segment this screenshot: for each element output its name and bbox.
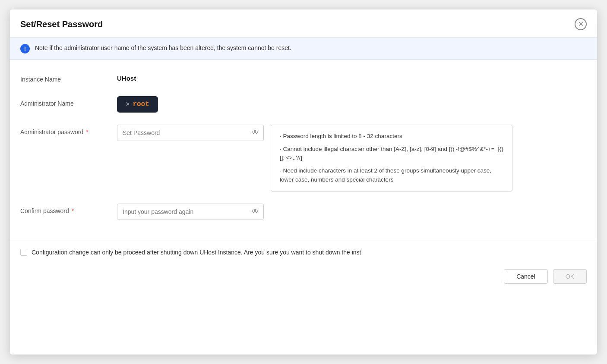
dialog-header: Set/Reset Password ✕ <box>10 9 597 38</box>
cancel-button[interactable]: Cancel <box>504 269 548 284</box>
password-rules-box: Password length is limited to 8 - 32 cha… <box>271 125 512 191</box>
confirm-password-wrapper: 👁 <box>117 204 264 220</box>
admin-password-required: * <box>86 129 88 135</box>
rule-item-1: Password length is limited to 8 - 32 cha… <box>280 132 503 141</box>
toggle-password-visibility-icon[interactable]: 👁 <box>252 129 259 137</box>
set-password-input[interactable] <box>117 125 264 141</box>
confirm-password-row: Confirm password * 👁 <box>20 204 587 220</box>
dialog-footer: Cancel OK <box>10 264 597 289</box>
close-button[interactable]: ✕ <box>575 18 587 30</box>
instance-name-label: Instance Name <box>20 72 107 84</box>
admin-name-badge: > root <box>117 96 158 113</box>
footer-section: Configuration change can only be proceed… <box>10 241 597 264</box>
confirm-password-input[interactable] <box>117 204 264 220</box>
rule-item-3: Need include characters in at least 2 of… <box>280 166 503 184</box>
rule-item-2: Cannot include illegal character other t… <box>280 145 503 163</box>
admin-password-label: Administrator password * <box>20 125 107 137</box>
ok-button[interactable]: OK <box>553 269 587 284</box>
confirm-password-label: Confirm password * <box>20 204 107 216</box>
notice-text: Note if the administrator user name of t… <box>35 44 291 53</box>
shutdown-checkbox-wrapper: Configuration change can only be proceed… <box>20 248 361 257</box>
dialog: Set/Reset Password ✕ ! Note if the admin… <box>10 9 597 355</box>
terminal-chevron-icon: > <box>126 101 129 108</box>
admin-name-label: Administrator Name <box>20 96 107 108</box>
password-fields: 👁 <box>117 125 264 141</box>
info-icon: ! <box>20 44 30 53</box>
notice-bar: ! Note if the administrator user name of… <box>10 38 597 60</box>
instance-name-value: UHost <box>117 72 136 82</box>
confirm-password-required: * <box>72 207 74 214</box>
shutdown-checkbox[interactable] <box>20 249 27 256</box>
admin-name-value: root <box>133 100 149 108</box>
admin-name-row: Administrator Name > root <box>20 96 587 113</box>
form-body: Instance Name UHost Administrator Name >… <box>10 60 597 241</box>
instance-name-row: Instance Name UHost <box>20 72 587 84</box>
password-area: 👁 Password length is limited to 8 - 32 c… <box>117 125 512 191</box>
toggle-confirm-visibility-icon[interactable]: 👁 <box>252 208 259 216</box>
dialog-title: Set/Reset Password <box>20 19 103 29</box>
close-icon: ✕ <box>578 21 584 28</box>
set-password-wrapper: 👁 <box>117 125 264 141</box>
password-row: Administrator password * 👁 Password leng… <box>20 125 587 191</box>
footer-note: Configuration change can only be proceed… <box>32 248 361 257</box>
